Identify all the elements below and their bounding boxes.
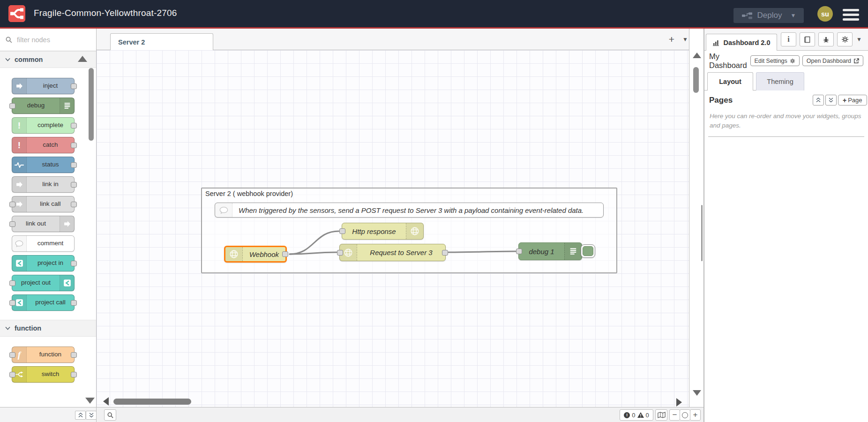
tab-dashboard-2-0[interactable]: Dashboard 2.0 [706,34,777,51]
search-input[interactable] [16,36,83,44]
v-scroll-up[interactable] [693,53,701,58]
output-port[interactable] [71,372,77,377]
expand-all-button[interactable] [86,411,97,420]
help-button[interactable] [800,32,815,46]
palette-scroll-down[interactable] [85,398,95,404]
palette-node-link-out[interactable]: link out [12,216,75,232]
v-scrollbar-thumb[interactable] [693,67,699,93]
palette-node-debug[interactable]: debug [12,98,75,114]
palette-search[interactable] [0,29,96,51]
palette-node-inject[interactable]: inject [12,78,75,94]
info-button[interactable]: i [781,32,796,46]
magnifier-icon [107,412,113,418]
v-scroll-down[interactable] [693,390,701,396]
output-port[interactable] [71,123,77,128]
output-port[interactable] [442,250,448,256]
h-scrollbar-thumb[interactable] [113,399,191,405]
canvas-search-button[interactable] [104,409,116,421]
flow-canvas[interactable]: Server 2 ( webhook provider) When trigge… [97,50,689,407]
zoom-in-button[interactable]: + [690,409,701,421]
node-request-to-server-3[interactable]: Request to Server 3 [339,244,446,261]
add-page-button[interactable]: + Page [838,95,867,106]
input-port[interactable] [9,352,15,358]
move-page-up-button[interactable] [813,95,824,106]
output-port[interactable] [71,162,77,168]
external-link-icon [853,58,859,64]
palette-node-switch[interactable]: switch [12,366,75,383]
input-port[interactable] [9,221,15,227]
chevron-down-icon[interactable]: ▼ [791,12,796,19]
h-scroll-left[interactable] [103,397,109,406]
flow-list-chevron-icon[interactable]: ▼ [682,36,688,43]
palette-node-comment[interactable]: comment [12,235,75,252]
zoom-reset-button[interactable] [680,409,690,421]
chevron-down-icon [5,326,10,330]
comment-node[interactable]: When triggered by the sensors, send a PO… [215,203,604,218]
project-icon [60,275,74,291]
tab-theming[interactable]: Theming [756,72,804,90]
output-port[interactable] [282,251,288,257]
palette-node-project-in[interactable]: project in [12,255,75,271]
output-port[interactable] [71,261,77,266]
palette-category-common: common injectdebug!complete!catchstatusl… [0,51,96,320]
avatar[interactable]: su [817,6,833,22]
h-scroll-right[interactable] [676,398,682,407]
palette-node-complete[interactable]: !complete [12,117,75,134]
move-page-down-button[interactable] [825,95,837,106]
palette-node-catch[interactable]: !catch [12,137,75,153]
double-chevron-down-icon [829,98,833,103]
open-dashboard-button[interactable]: Open Dashboard [802,55,863,66]
output-port[interactable] [71,83,77,89]
tab-layout[interactable]: Layout [707,72,753,90]
palette-scroll-up[interactable] [78,56,87,62]
deploy-button[interactable]: Deploy ▼ [733,8,804,23]
chevron-down-icon[interactable]: ▼ [856,36,862,43]
debug-button[interactable] [818,32,834,46]
bar-chart-icon [713,39,720,46]
input-port[interactable] [9,103,15,109]
tab-server-2[interactable]: Server 2 [110,33,213,50]
notification-counts[interactable]: ! 0 0 [620,409,653,421]
palette-node-function[interactable]: ffunction [12,347,75,363]
output-port[interactable] [71,143,77,148]
palette-node-project-out[interactable]: project out [12,275,75,291]
pages-helper-text: Here you can re-order and move your widg… [710,112,864,130]
input-port[interactable] [339,228,345,234]
project-icon [12,256,27,271]
node-http-response[interactable]: Http response [342,223,424,240]
palette-scrollbar-thumb[interactable] [89,68,94,141]
palette-node-status[interactable]: status [12,157,75,173]
node-debug-1[interactable]: debug 1 [518,242,582,260]
arrow-icon [60,216,74,232]
add-flow-button[interactable]: + [665,32,679,46]
node-webhook[interactable]: Webhook [224,246,287,263]
input-port[interactable] [9,372,15,377]
pulse-icon [12,157,27,173]
globe-icon [406,223,423,239]
sidebar-resize-grip[interactable] [701,205,703,261]
output-port[interactable] [71,202,77,207]
debug-toggle-button[interactable] [581,244,595,258]
input-port[interactable] [337,250,343,256]
node-label: Request to Server 3 [357,244,445,261]
navigator-button[interactable] [655,409,667,421]
input-port[interactable] [516,249,522,254]
config-button[interactable] [837,32,853,46]
palette-node-label: project call [27,295,74,310]
palette-node-link-in[interactable]: link in [12,176,75,193]
input-port[interactable] [9,202,15,207]
hamburger-icon[interactable] [843,9,859,23]
input-port[interactable] [9,300,15,306]
node-red-logo-icon [8,5,25,22]
palette-node-project-call[interactable]: project call [12,294,75,311]
edit-settings-button[interactable]: Edit Settings [750,55,800,66]
output-port[interactable] [71,300,77,306]
category-header-function[interactable]: function [0,320,96,337]
palette-node-link-call[interactable]: link call [12,196,75,212]
collapse-all-button[interactable] [75,411,86,420]
input-port[interactable] [9,280,15,286]
output-port[interactable] [71,182,77,188]
list-icon [60,98,74,113]
output-port[interactable] [71,352,77,358]
zoom-out-button[interactable]: − [669,409,680,421]
